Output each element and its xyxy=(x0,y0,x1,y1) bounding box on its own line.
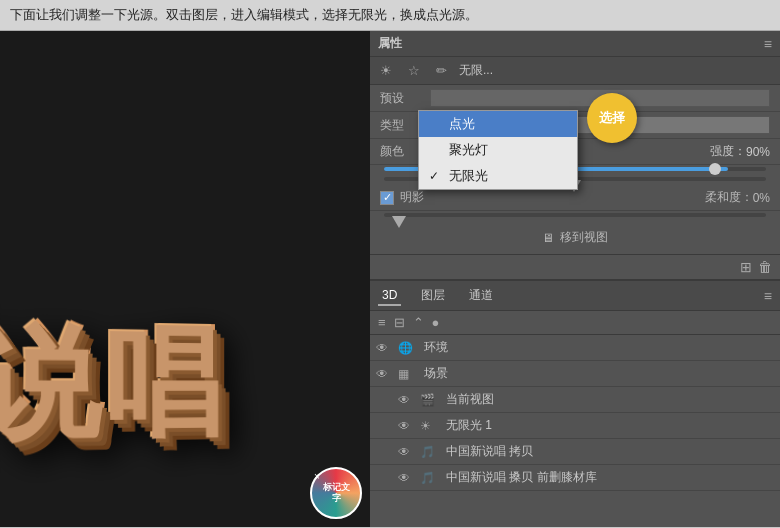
properties-panel: 属性 ≡ ☀ ☆ ✏ 无限... 预设 类型 无限光 xyxy=(370,31,780,281)
softness-label: 柔和度： xyxy=(705,189,753,206)
shadow-slider-thumb[interactable] xyxy=(392,216,406,228)
main-area: 说唱 × 标记文字 属性 ≡ ☀ ☆ ✏ 无限... 预设 xyxy=(0,31,780,527)
dropdown-item-point-light[interactable]: 点光 xyxy=(419,111,577,137)
shadow-slider-track[interactable] xyxy=(384,213,766,217)
move-icon: 🖥 xyxy=(542,231,554,245)
point-light-label: 点光 xyxy=(449,115,475,133)
currentview-icon: 🎬 xyxy=(420,393,440,407)
delete-icon[interactable]: 🗑 xyxy=(758,259,772,275)
tab-channels[interactable]: 通道 xyxy=(465,285,497,306)
layer-name-environment: 环境 xyxy=(424,339,774,356)
infinitelight-icon: ☀ xyxy=(420,419,440,433)
right-panel: 属性 ≡ ☀ ☆ ✏ 无限... 预设 类型 无限光 xyxy=(370,31,780,527)
move-to-view-button[interactable]: 🖥 移到视图 xyxy=(370,221,780,254)
layer-name-infinitelight: 无限光 1 xyxy=(446,417,774,434)
watermark-badge: × 标记文字 xyxy=(310,467,362,519)
panel-menu-icon[interactable]: ≡ xyxy=(764,36,772,52)
move-to-view-label: 移到视图 xyxy=(560,229,608,246)
check-mark-icon: ✓ xyxy=(429,169,443,183)
panel-title: 属性 xyxy=(378,35,402,52)
visibility-eye-environment[interactable]: 👁 xyxy=(376,341,392,355)
instruction-bar: 下面让我们调整一下光源。双击图层，进入编辑模式，选择无限光，换成点光源。 xyxy=(0,0,780,31)
rapmaterial-icon: 🎵 xyxy=(420,471,440,485)
dropdown-item-infinite-light[interactable]: ✓ 无限光 xyxy=(419,163,577,189)
layer-name-rapmaterial: 中国新说唱 搡贝 前删膝材库 xyxy=(446,469,774,486)
tab-star-icon[interactable]: ☆ xyxy=(404,61,424,80)
instruction-text: 下面让我们调整一下光源。双击图层，进入编辑模式，选择无限光，换成点光源。 xyxy=(10,7,478,22)
panel-header: 属性 ≡ xyxy=(370,31,780,57)
add-icon[interactable]: ⊞ xyxy=(740,259,752,275)
tab-layers[interactable]: 图层 xyxy=(417,285,449,306)
bottom-3d-panel: 3D 图层 通道 ≡ ≡ ⊟ ⌃ ● 👁 🌐 环境 👁 ▦ xyxy=(370,281,780,527)
dot-icon[interactable]: ● xyxy=(432,315,440,330)
panel-icons-row: ⊞ 🗑 xyxy=(370,254,780,279)
tab-edit-icon[interactable]: ✏ xyxy=(432,61,451,80)
strength-value: 90% xyxy=(746,145,770,159)
tabs-row: ☀ ☆ ✏ 无限... xyxy=(370,57,780,85)
layer-name-scene: 场景 xyxy=(424,365,774,382)
softness-value: 0% xyxy=(753,191,770,205)
grid-icon[interactable]: ≡ xyxy=(378,315,386,330)
tab-infinite-label[interactable]: 无限... xyxy=(459,62,493,79)
shadow-label: 明影 xyxy=(400,189,450,206)
layer-item-environment[interactable]: 👁 🌐 环境 xyxy=(370,335,780,361)
bottom-icons-row: ≡ ⊟ ⌃ ● xyxy=(370,311,780,335)
close-icon[interactable]: × xyxy=(314,471,320,482)
preset-row: 预设 xyxy=(370,85,780,112)
environment-icon: 🌐 xyxy=(398,341,418,355)
canvas-area: 说唱 × 标记文字 xyxy=(0,31,370,527)
type-dropdown-menu: 选择 点光 聚光灯 ✓ 无限光 xyxy=(418,110,578,190)
infinite-light-label: 无限光 xyxy=(449,167,488,185)
layer-item-infinite-light[interactable]: 👁 ☀ 无限光 1 xyxy=(370,413,780,439)
filter-icon[interactable]: ⊟ xyxy=(394,315,405,330)
shadow-checkbox[interactable]: ✓ xyxy=(380,191,394,205)
layer-item-rap-copy[interactable]: 👁 🎵 中国新说唱 拷贝 xyxy=(370,439,780,465)
bottom-panel-header: 3D 图层 通道 ≡ xyxy=(370,281,780,311)
select-badge: 选择 xyxy=(587,93,637,143)
layer-item-scene[interactable]: 👁 ▦ 场景 xyxy=(370,361,780,387)
sort-icon[interactable]: ⌃ xyxy=(413,315,424,330)
rapcopy-icon: 🎵 xyxy=(420,445,440,459)
layer-name-rapcopy: 中国新说唱 拷贝 xyxy=(446,443,774,460)
visibility-eye-infinitelight[interactable]: 👁 xyxy=(398,419,414,433)
visibility-eye-scene[interactable]: 👁 xyxy=(376,367,392,381)
layer-item-current-view[interactable]: 👁 🎬 当前视图 xyxy=(370,387,780,413)
tab-sun-icon[interactable]: ☀ xyxy=(376,61,396,80)
preset-label: 预设 xyxy=(380,90,430,107)
select-badge-text: 选择 xyxy=(599,109,625,127)
dropdown-item-spot-light[interactable]: 聚光灯 xyxy=(419,137,577,163)
type-row: 类型 无限光 选择 点光 xyxy=(370,112,780,139)
scene-icon: ▦ xyxy=(398,367,418,381)
visibility-eye-currentview[interactable]: 👁 xyxy=(398,393,414,407)
strength-label: 强度： xyxy=(710,143,746,160)
visibility-eye-rapcopy[interactable]: 👁 xyxy=(398,445,414,459)
spot-light-label: 聚光灯 xyxy=(449,141,488,159)
bottom-panel-menu-icon[interactable]: ≡ xyxy=(764,288,772,304)
tab-3d[interactable]: 3D xyxy=(378,286,401,306)
layer-name-currentview: 当前视图 xyxy=(446,391,774,408)
3d-canvas-text: 说唱 xyxy=(0,301,225,470)
strength-slider-thumb[interactable] xyxy=(709,163,721,175)
shadow-slider-row xyxy=(370,211,780,221)
watermark-text: 标记文字 xyxy=(323,482,350,504)
visibility-eye-rapmaterial[interactable]: 👁 xyxy=(398,471,414,485)
layer-item-rap-material[interactable]: 👁 🎵 中国新说唱 搡贝 前删膝材库 xyxy=(370,465,780,491)
